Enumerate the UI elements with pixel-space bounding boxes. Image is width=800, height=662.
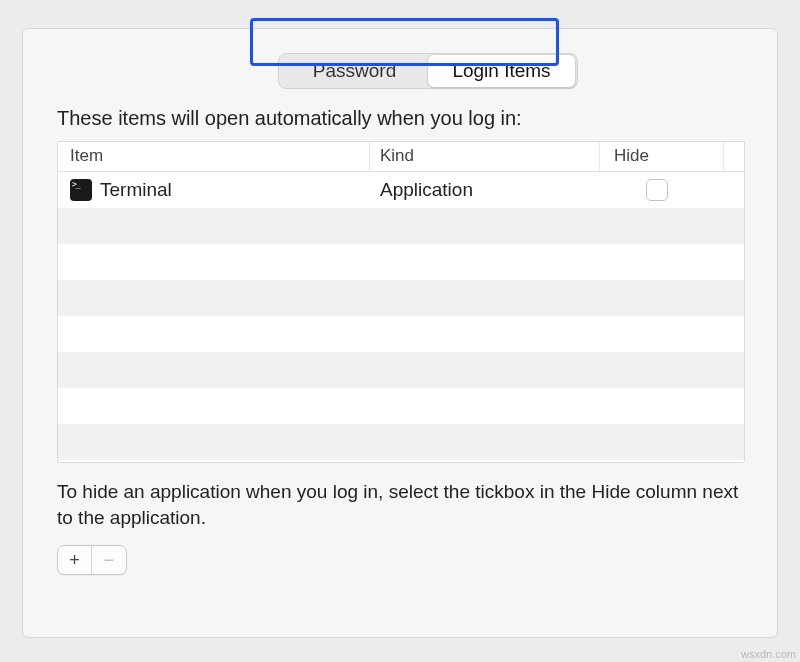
description-text: These items will open automatically when… bbox=[57, 107, 522, 130]
table-header-row: Item Kind Hide bbox=[58, 142, 744, 172]
tab-password[interactable]: Password bbox=[281, 55, 428, 87]
cell-item: Terminal bbox=[58, 179, 370, 201]
table-body: TerminalApplication bbox=[58, 172, 744, 460]
add-remove-button-group: + − bbox=[57, 545, 127, 575]
hint-text: To hide an application when you log in, … bbox=[57, 479, 745, 530]
table-row-empty bbox=[58, 316, 744, 352]
table-row[interactable]: TerminalApplication bbox=[58, 172, 744, 208]
plus-icon: + bbox=[69, 550, 80, 571]
attribution-text: wsxdn.com bbox=[741, 648, 796, 660]
column-header-kind[interactable]: Kind bbox=[370, 142, 600, 171]
add-button[interactable]: + bbox=[58, 546, 92, 574]
column-header-hide[interactable]: Hide bbox=[600, 142, 744, 171]
table-row-empty bbox=[58, 352, 744, 388]
terminal-icon bbox=[70, 179, 92, 201]
table-row-empty bbox=[58, 388, 744, 424]
tab-login-items[interactable]: Login Items bbox=[428, 55, 575, 87]
table-row-empty bbox=[58, 280, 744, 316]
column-header-item[interactable]: Item bbox=[58, 142, 370, 171]
remove-button[interactable]: − bbox=[92, 546, 126, 574]
cell-kind: Application bbox=[370, 179, 600, 201]
minus-icon: − bbox=[104, 550, 115, 571]
preferences-panel: Password Login Items These items will op… bbox=[22, 28, 778, 638]
tab-segmented-control: Password Login Items bbox=[278, 53, 578, 89]
hide-checkbox[interactable] bbox=[646, 179, 668, 201]
table-row-empty bbox=[58, 244, 744, 280]
login-items-table: Item Kind Hide TerminalApplication bbox=[57, 141, 745, 463]
item-name: Terminal bbox=[100, 179, 172, 201]
table-row-empty bbox=[58, 208, 744, 244]
table-row-empty bbox=[58, 424, 744, 460]
cell-hide bbox=[600, 179, 744, 201]
